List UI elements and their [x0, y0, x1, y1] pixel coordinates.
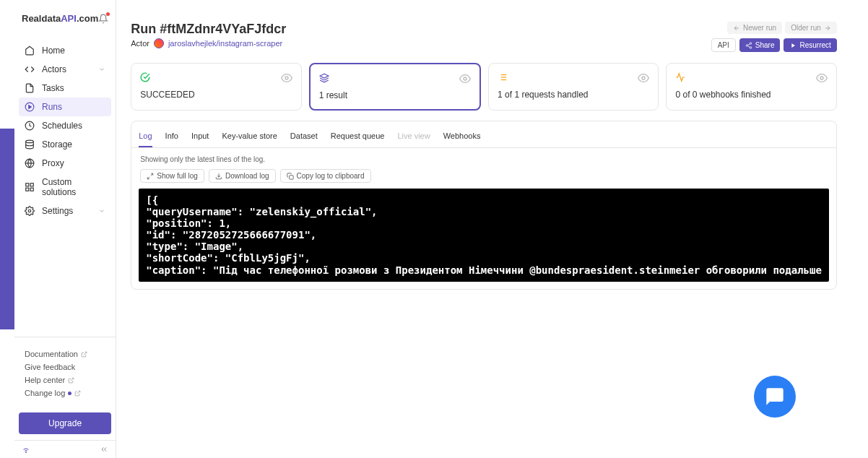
copy-log-button[interactable]: Copy log to clipboard — [280, 169, 371, 183]
older-run-button[interactable]: Older run — [785, 22, 837, 34]
actor-avatar — [154, 38, 164, 48]
external-link-icon — [81, 351, 87, 358]
svg-rect-6 — [26, 183, 29, 186]
nav-label: Schedules — [42, 121, 82, 131]
log-hint: Showing only the latest lines of the log… — [131, 148, 836, 169]
svg-point-10 — [28, 209, 31, 212]
sidebar-item-schedules[interactable]: Schedules — [19, 116, 111, 135]
puzzle-icon — [25, 182, 35, 192]
decorative-left-bar — [0, 0, 14, 458]
svg-marker-1 — [29, 105, 32, 109]
sidebar-item-home[interactable]: Home — [19, 41, 111, 60]
svg-rect-8 — [30, 188, 33, 191]
db-icon — [25, 139, 35, 150]
sidebar-item-actors[interactable]: Actors — [19, 60, 111, 79]
svg-line-12 — [71, 378, 74, 381]
svg-point-28 — [820, 77, 823, 79]
chevron-down-icon — [98, 207, 105, 215]
upgrade-button[interactable]: Upgrade — [19, 412, 111, 434]
footer-documentation[interactable]: Documentation — [22, 347, 108, 360]
code-icon — [25, 64, 35, 74]
svg-point-15 — [750, 42, 752, 44]
newer-run-button[interactable]: Newer run — [727, 22, 782, 34]
svg-rect-9 — [26, 188, 29, 191]
show-full-log-button[interactable]: Show full log — [140, 169, 204, 183]
log-output[interactable]: [{ "queryUsername": "zelenskiy_official"… — [139, 189, 829, 282]
brand-post: com — [79, 13, 99, 24]
brand-pre: Realdata — [22, 13, 61, 24]
eye-icon[interactable] — [459, 73, 471, 85]
new-dot-icon — [68, 392, 71, 395]
api-button[interactable]: API — [711, 38, 736, 52]
tab-webhooks[interactable]: Webhooks — [443, 129, 481, 147]
footer-label: Documentation — [25, 350, 78, 358]
notification-bell-icon[interactable] — [98, 14, 108, 24]
tab-dataset[interactable]: Dataset — [290, 129, 318, 147]
page-title: Run #ftMZdnr4VYaFJfdcr — [131, 22, 286, 37]
footer-give-feedback[interactable]: Give feedback — [22, 360, 108, 373]
doc-icon — [25, 83, 35, 93]
content-card: LogInfoInputKey-value storeDatasetReques… — [131, 121, 837, 290]
collapse-sidebar-icon[interactable] — [100, 445, 108, 454]
external-link-icon — [68, 377, 74, 384]
clock-icon — [25, 121, 35, 131]
eye-icon[interactable] — [638, 72, 649, 84]
sidebar-item-storage[interactable]: Storage — [19, 135, 111, 154]
nav: HomeActorsTasksRunsSchedulesStorageProxy… — [14, 37, 116, 225]
tab-log[interactable]: Log — [139, 129, 152, 147]
home-icon — [25, 46, 35, 56]
stat-card-check[interactable]: SUCCEEDED — [131, 63, 301, 111]
eye-icon[interactable] — [281, 72, 292, 84]
tab-key-value-store[interactable]: Key-value store — [222, 129, 277, 147]
list-icon — [498, 72, 508, 82]
stat-text: SUCCEEDED — [140, 90, 292, 100]
sidebar-item-custom-solutions[interactable]: Custom solutions — [19, 173, 111, 202]
bottom-bar — [14, 440, 116, 458]
nav-label: Home — [42, 46, 65, 56]
layers-icon — [319, 73, 329, 83]
tab-request-queue[interactable]: Request queue — [331, 129, 385, 147]
wifi-icon — [22, 445, 30, 454]
tab-info[interactable]: Info — [165, 129, 178, 147]
svg-rect-29 — [289, 175, 292, 178]
eye-icon[interactable] — [816, 72, 828, 84]
share-button[interactable]: Share — [739, 38, 781, 52]
nav-label: Runs — [42, 102, 62, 112]
svg-point-3 — [26, 140, 34, 143]
chat-fab[interactable] — [754, 376, 796, 418]
footer-label: Help center — [25, 376, 65, 384]
chevron-down-icon — [98, 66, 105, 73]
nav-label: Proxy — [42, 158, 64, 168]
resurrect-button[interactable]: Resurrect — [784, 38, 836, 52]
nav-label: Tasks — [42, 83, 64, 93]
actor-link[interactable]: jaroslavhejlek/instagram-scraper — [168, 39, 282, 48]
download-log-button[interactable]: Download log — [209, 169, 276, 183]
nav-label: Actors — [42, 64, 66, 74]
tab-input[interactable]: Input — [191, 129, 209, 147]
gear-icon — [25, 206, 35, 216]
stat-card-pulse[interactable]: 0 of 0 webhooks finished — [666, 63, 836, 111]
stat-text: 1 result — [319, 90, 471, 100]
logo: RealdataAPI.com — [14, 13, 116, 37]
footer-label: Give feedback — [25, 363, 75, 371]
sidebar-item-proxy[interactable]: Proxy — [19, 154, 111, 173]
header-actions: Newer run Older run API Share R — [711, 22, 837, 52]
footer-change-log[interactable]: Change log — [22, 386, 108, 399]
stat-text: 1 of 1 requests handled — [498, 90, 649, 100]
actor-row: Actor jaroslavhejlek/instagram-scraper — [131, 38, 286, 48]
stat-text: 0 of 0 webhooks finished — [675, 90, 827, 100]
sidebar-item-tasks[interactable]: Tasks — [19, 79, 111, 98]
tab-live-view: Live view — [397, 129, 430, 147]
stat-card-list[interactable]: 1 of 1 requests handled — [488, 63, 659, 111]
sidebar: RealdataAPI.com HomeActorsTasksRunsSched… — [14, 0, 116, 458]
stat-card-layers[interactable]: 1 result — [309, 63, 481, 111]
svg-point-14 — [26, 452, 27, 453]
footer-help-center[interactable]: Help center — [22, 373, 108, 386]
svg-point-18 — [285, 77, 288, 79]
svg-line-11 — [84, 352, 87, 355]
pulse-icon — [675, 72, 685, 82]
svg-point-17 — [750, 46, 752, 48]
sidebar-item-settings[interactable]: Settings — [19, 202, 111, 220]
sidebar-item-runs[interactable]: Runs — [19, 98, 111, 116]
svg-rect-7 — [30, 183, 33, 186]
